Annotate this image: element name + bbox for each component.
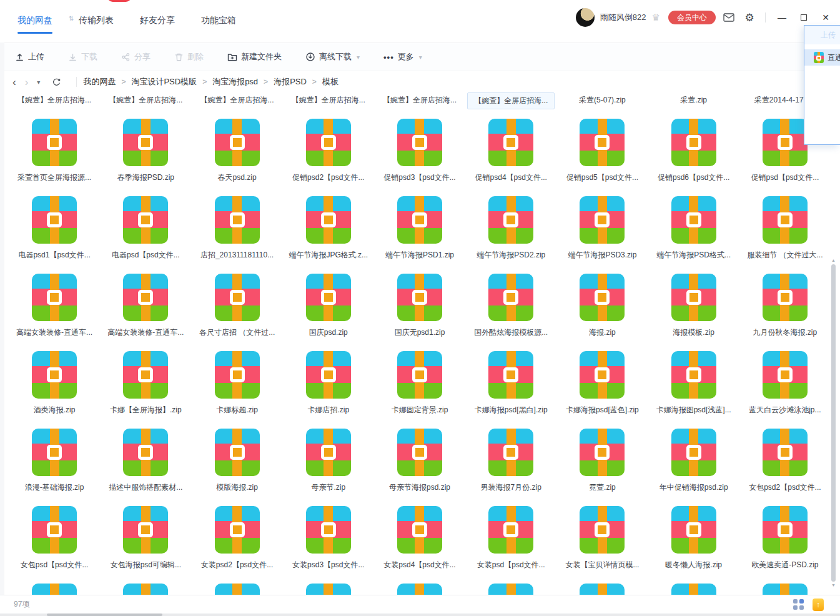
- caret-down-icon[interactable]: ▾: [419, 54, 422, 61]
- file-item[interactable]: 女装psd4【psd文件...: [374, 506, 465, 574]
- file-item[interactable]: 【婉萱】全屏店招海...: [9, 92, 100, 109]
- file-item[interactable]: 海报.zip: [556, 274, 648, 341]
- file-item[interactable]: 男装海报7月份.zip: [465, 429, 556, 496]
- promo-icon[interactable]: ↑: [813, 599, 824, 611]
- file-item[interactable]: 酒类海报.zip: [9, 351, 100, 419]
- caret-down-icon[interactable]: ▾: [357, 54, 360, 61]
- vertical-scrollbar[interactable]: ▲ ▼: [831, 258, 836, 588]
- upload-popup-item[interactable]: 直通: [804, 49, 840, 66]
- breadcrumb-item-4[interactable]: 模板: [322, 76, 338, 87]
- file-item[interactable]: 端午节海报PSD2.zip: [465, 196, 556, 264]
- file-item[interactable]: 【婉萱】全屏店招海...: [465, 92, 556, 109]
- scroll-up-icon[interactable]: ▲: [831, 258, 836, 263]
- close-button[interactable]: ✕: [818, 12, 834, 22]
- file-item[interactable]: 模版海报.zip: [191, 429, 282, 496]
- file-item[interactable]: 卡娜标题.zip: [191, 351, 282, 419]
- file-item[interactable]: 女装【宝贝详情页模...: [556, 506, 648, 574]
- tab-3[interactable]: 功能宝箱: [201, 0, 236, 26]
- toolbar-newfolder-button[interactable]: 新建文件夹: [227, 51, 282, 62]
- mail-icon[interactable]: [721, 10, 736, 25]
- file-item[interactable]: 国外酷炫海报模板源...: [465, 274, 556, 341]
- file-item[interactable]: 卡娜【全屏海报】.zip: [100, 351, 191, 419]
- file-item[interactable]: 促销psd4【psd文件...: [465, 119, 556, 186]
- file-item[interactable]: 【婉萱】全屏店招海...: [191, 92, 282, 109]
- file-item[interactable]: 霓萱.zip: [556, 429, 648, 496]
- file-item[interactable]: 海报模板.zip: [648, 274, 739, 341]
- file-item[interactable]: 母亲节.zip: [283, 429, 374, 496]
- user-name[interactable]: 雨随风倒822: [600, 12, 646, 23]
- toolbar-more-button[interactable]: •••更多▾: [383, 51, 422, 62]
- history-caret-icon[interactable]: ▾: [37, 79, 40, 86]
- file-item[interactable]: 端午节海报JPG格式.z...: [283, 196, 374, 264]
- file-item[interactable]: 浪漫-基础海报.zip: [9, 429, 100, 496]
- file-item[interactable]: [374, 584, 465, 595]
- scroll-down-icon[interactable]: ▼: [831, 583, 836, 588]
- breadcrumb-item-1[interactable]: 淘宝设计PSD模版: [131, 76, 197, 87]
- file-item[interactable]: 采萱(5-07).zip: [556, 92, 648, 109]
- file-item[interactable]: 电器psd【psd文件...: [100, 196, 191, 264]
- avatar[interactable]: [576, 8, 595, 27]
- file-item[interactable]: [648, 584, 739, 595]
- minimize-button[interactable]: —: [774, 12, 790, 22]
- file-item[interactable]: 年中促销海报psd.zip: [648, 429, 739, 496]
- file-item[interactable]: 采萱.zip: [648, 92, 739, 109]
- file-item[interactable]: 促销psd3【psd文件...: [374, 119, 465, 186]
- file-item[interactable]: 九月份秋冬海报.zip: [739, 274, 831, 341]
- scrollbar-thumb[interactable]: [831, 264, 836, 582]
- file-item[interactable]: 电器psd1【psd文件...: [9, 196, 100, 264]
- file-item[interactable]: 端午节海报PSD1.zip: [374, 196, 465, 264]
- file-item[interactable]: 卡娜海报psd[蓝色].zip: [556, 351, 648, 419]
- file-item[interactable]: 蓝天白云沙滩泳池jp...: [739, 351, 831, 419]
- file-item[interactable]: 国庆psd.zip: [283, 274, 374, 341]
- file-item[interactable]: 卡娜店招.zip: [283, 351, 374, 419]
- file-item[interactable]: 促销psd5【psd文件...: [556, 119, 648, 186]
- file-item[interactable]: 端午节海报PSD3.zip: [556, 196, 648, 264]
- file-item[interactable]: 各尺寸店招 （文件过...: [191, 274, 282, 341]
- breadcrumb-item-0[interactable]: 我的网盘: [83, 76, 116, 87]
- file-item[interactable]: 女装psd3【psd文件...: [283, 506, 374, 574]
- file-item[interactable]: 促销psd6【psd文件...: [648, 119, 739, 186]
- file-item[interactable]: 店招_201311181110...: [191, 196, 282, 264]
- file-item[interactable]: 春季海报PSD.zip: [100, 119, 191, 186]
- file-item[interactable]: [556, 584, 648, 595]
- file-item[interactable]: 端午节海报PSD格式...: [648, 196, 739, 264]
- tab-0[interactable]: 我的网盘: [17, 0, 52, 34]
- settings-gear-icon[interactable]: ⚙: [742, 10, 757, 25]
- view-toggle-icon[interactable]: [793, 599, 804, 610]
- horizontal-scrollbar[interactable]: [0, 614, 840, 616]
- horizontal-scrollbar-thumb[interactable]: [47, 614, 162, 616]
- file-item[interactable]: 母亲节海报psd.zip: [374, 429, 465, 496]
- file-item[interactable]: 采萱首页全屏海报源...: [9, 119, 100, 186]
- file-item[interactable]: 春天psd.zip: [191, 119, 282, 186]
- forward-icon[interactable]: ›: [25, 77, 29, 87]
- tab-1[interactable]: ⇅传输列表1508: [79, 0, 114, 26]
- file-item[interactable]: 欧美速卖通-PSD.zip: [739, 506, 831, 574]
- file-item[interactable]: [100, 584, 191, 595]
- tab-2[interactable]: 好友分享: [140, 0, 175, 26]
- file-item[interactable]: 卡娜固定背景.zip: [374, 351, 465, 419]
- file-item[interactable]: 女包海报psd可编辑...: [100, 506, 191, 574]
- file-item[interactable]: [191, 584, 282, 595]
- file-item[interactable]: 【婉萱】全屏店招海...: [283, 92, 374, 109]
- file-item[interactable]: 卡娜海报图psd[浅蓝]...: [648, 351, 739, 419]
- toolbar-upload-button[interactable]: 上传: [15, 51, 44, 62]
- file-item[interactable]: 【婉萱】全屏店招海...: [374, 92, 465, 109]
- file-item[interactable]: 促销psd2【psd文件...: [283, 119, 374, 186]
- refresh-icon[interactable]: [49, 74, 64, 89]
- maximize-button[interactable]: [796, 12, 812, 22]
- toolbar-offline-button[interactable]: 离线下载▾: [305, 51, 360, 62]
- breadcrumb-item-3[interactable]: 海报PSD: [274, 76, 307, 87]
- file-item[interactable]: 女包psd【psd文件...: [9, 506, 100, 574]
- file-item[interactable]: 卡娜海报psd[黑白].zip: [465, 351, 556, 419]
- member-center-button[interactable]: 会员中心: [668, 11, 716, 24]
- file-item[interactable]: [283, 584, 374, 595]
- file-item[interactable]: 暖冬懒人海报.zip: [648, 506, 739, 574]
- file-item[interactable]: 描述中服饰搭配素材...: [100, 429, 191, 496]
- breadcrumb-item-2[interactable]: 淘宝海报psd: [212, 76, 258, 87]
- back-icon[interactable]: ‹: [12, 77, 16, 87]
- file-item[interactable]: 女装psd2【psd文件...: [191, 506, 282, 574]
- file-item[interactable]: 高端女装装修-直通车...: [100, 274, 191, 341]
- file-item[interactable]: [9, 584, 100, 595]
- file-item[interactable]: [465, 584, 556, 595]
- file-item[interactable]: 高端女装装修-直通车...: [9, 274, 100, 341]
